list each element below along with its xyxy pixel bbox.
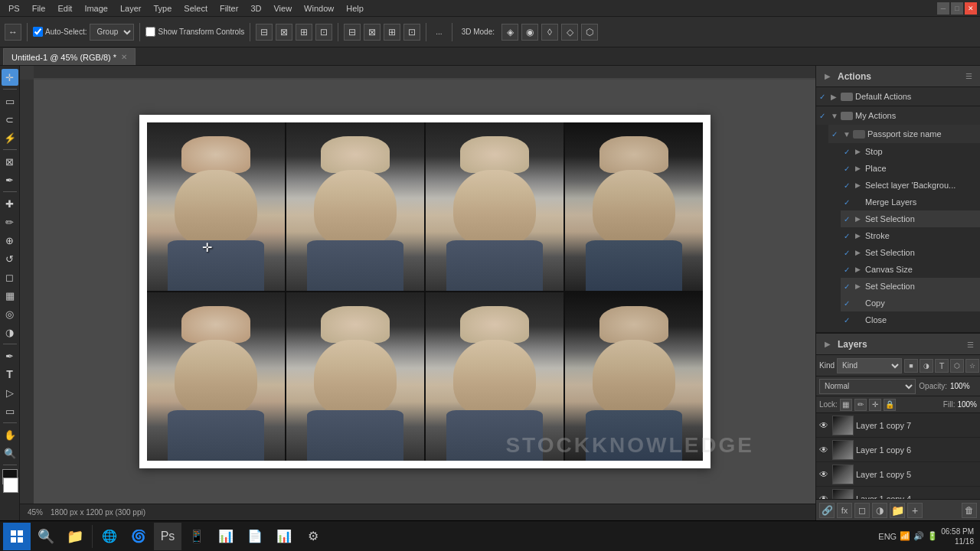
auto-select-type[interactable]: Group Layer — [90, 24, 134, 41]
align-top-btn[interactable]: ⊡ — [315, 24, 332, 41]
align-left-btn[interactable]: ⊟ — [256, 24, 273, 41]
taskbar-photoshop[interactable]: Ps — [154, 523, 181, 550]
move-tool-btn[interactable]: ↔ — [5, 24, 21, 41]
move-tool[interactable]: ✛ — [2, 69, 18, 86]
new-layer-btn[interactable]: + — [907, 503, 923, 518]
layer-vis-copy4[interactable]: 👁 — [819, 494, 830, 500]
eraser-tool[interactable]: ◻ — [2, 269, 18, 285]
action-stop[interactable]: ✓ ▶ Stop — [841, 143, 980, 160]
action-merge-layers[interactable]: ✓ ▶ Merge Layers — [841, 194, 980, 210]
stamp-tool[interactable]: ⊕ — [2, 232, 18, 249]
start-button[interactable] — [3, 523, 31, 550]
filter-smart-btn[interactable]: ☆ — [965, 359, 979, 373]
3d-btn3[interactable]: ◊ — [541, 24, 558, 41]
path-select-tool[interactable]: ▷ — [2, 384, 18, 401]
layers-menu-btn[interactable]: ☰ — [967, 340, 974, 349]
new-group-btn[interactable]: 📁 — [890, 503, 905, 518]
link-layers-btn[interactable]: 🔗 — [819, 503, 835, 518]
taskbar-excel[interactable]: 📊 — [212, 523, 240, 550]
close-button[interactable]: ✕ — [965, 2, 977, 15]
fill-value[interactable]: 100% — [957, 400, 977, 409]
menu-layer[interactable]: Layer — [115, 2, 147, 15]
lock-image-btn[interactable]: ✏ — [854, 399, 867, 411]
3d-btn1[interactable]: ◈ — [501, 24, 518, 41]
tray-lang[interactable]: ENG — [878, 532, 897, 541]
layers-collapse-btn[interactable]: ▶ — [822, 339, 833, 350]
add-mask-btn[interactable]: ◻ — [854, 503, 870, 518]
shape-tool[interactable]: ▭ — [2, 403, 18, 419]
minimize-button[interactable]: ─ — [937, 2, 949, 15]
canvas-viewport[interactable]: STOCKKNOWLEDGE ✛ — [34, 80, 815, 504]
distribute-btn3[interactable]: ⊞ — [384, 24, 400, 41]
taskbar-clock[interactable]: 06:58 PM 11/18 — [941, 527, 977, 546]
document-tab[interactable]: Untitled-1 @ 45% (RGB/8) * ✕ — [3, 48, 136, 65]
menu-help[interactable]: Help — [341, 2, 369, 15]
menu-filter[interactable]: Filter — [214, 2, 243, 15]
layer-vis-copy6[interactable]: 👁 — [819, 445, 830, 455]
layer-row-copy4[interactable]: 👁 Layer 1 copy 4 — [816, 487, 980, 499]
menu-file[interactable]: File — [27, 2, 51, 15]
layer-vis-copy7[interactable]: 👁 — [819, 420, 830, 431]
type-tool[interactable]: T — [2, 366, 18, 383]
taskbar-word[interactable]: 📄 — [241, 523, 269, 550]
zoom-tool[interactable]: 🔍 — [2, 445, 18, 461]
3d-btn5[interactable]: ⬡ — [581, 24, 598, 41]
more-options[interactable]: ... — [432, 26, 446, 37]
tab-close-btn[interactable]: ✕ — [121, 53, 127, 61]
gradient-tool[interactable]: ▦ — [2, 287, 18, 304]
filter-pixel-btn[interactable]: ■ — [904, 359, 918, 373]
action-set-selection-2[interactable]: ✓ ▶ Set Selection — [841, 244, 980, 261]
tray-network[interactable]: 📶 — [900, 531, 910, 541]
action-set-selection-1[interactable]: ✓ ▶ Set Selection — [841, 210, 980, 227]
filter-type-btn[interactable]: T — [935, 359, 949, 373]
auto-select-toggle[interactable]: Auto-Select: — [33, 27, 87, 37]
taskbar-apps[interactable]: 📱 — [183, 523, 211, 550]
maximize-button[interactable]: □ — [951, 2, 963, 15]
actions-collapse-btn[interactable]: ▶ — [822, 71, 833, 82]
taskbar-chrome[interactable]: 🌐 — [96, 523, 123, 550]
fx-btn[interactable]: fx — [837, 503, 852, 518]
menu-ps[interactable]: PS — [3, 2, 25, 15]
layer-row-copy6[interactable]: 👁 Layer 1 copy 6 — [816, 438, 980, 462]
action-place[interactable]: ✓ ▶ Place — [841, 160, 980, 177]
taskbar-misc[interactable]: ⚙ — [299, 523, 327, 550]
actions-menu-btn[interactable]: ☰ — [963, 71, 974, 82]
menu-type[interactable]: Type — [149, 2, 178, 15]
blur-tool[interactable]: ◎ — [2, 305, 18, 322]
delete-layer-btn[interactable]: 🗑 — [962, 503, 977, 518]
my-actions-header[interactable]: ✓ ▼ My Actions — [816, 106, 980, 125]
align-center-btn[interactable]: ⊠ — [276, 24, 292, 41]
action-select-layer-bg[interactable]: ✓ ▶ Select layer 'Backgrou... — [841, 177, 980, 194]
tray-volume[interactable]: 🔊 — [913, 531, 924, 541]
eyedropper-tool[interactable]: ✒ — [2, 171, 18, 188]
taskbar-search[interactable]: 🔍 — [32, 523, 60, 550]
action-copy[interactable]: ✓ ▶ Copy — [841, 295, 980, 311]
3d-btn4[interactable]: ◇ — [561, 24, 578, 41]
magic-wand-tool[interactable]: ⚡ — [2, 129, 18, 146]
taskbar-ppt[interactable]: 📊 — [270, 523, 298, 550]
distribute-btn1[interactable]: ⊟ — [344, 24, 361, 41]
menu-image[interactable]: Image — [79, 2, 113, 15]
zoom-level[interactable]: 45% — [28, 508, 43, 517]
lock-all-btn[interactable]: 🔒 — [884, 399, 896, 411]
transform-checkbox[interactable] — [145, 27, 155, 37]
action-set-selection-3[interactable]: ✓ ▶ Set Selection — [841, 278, 980, 295]
taskbar-edge[interactable]: 🌀 — [125, 523, 152, 550]
history-brush-tool[interactable]: ↺ — [2, 250, 18, 267]
3d-btn2[interactable]: ◉ — [521, 24, 538, 41]
background-color[interactable] — [3, 478, 18, 493]
menu-window[interactable]: Window — [299, 2, 339, 15]
lock-position-btn[interactable]: ✛ — [869, 399, 881, 411]
passport-group-header[interactable]: ✓ ▼ Passport size name — [828, 125, 980, 143]
menu-3d[interactable]: 3D — [245, 2, 266, 15]
hand-tool[interactable]: ✋ — [2, 426, 18, 443]
layer-row-copy5[interactable]: 👁 Layer 1 copy 5 — [816, 462, 980, 487]
layers-kind-select[interactable]: Kind Name Effect Mode Attribute Color Sm… — [837, 358, 902, 373]
action-close[interactable]: ✓ ▶ Close — [841, 311, 980, 328]
lock-transparent-btn[interactable]: ▦ — [840, 399, 852, 411]
menu-select[interactable]: Select — [178, 2, 213, 15]
selection-tool[interactable]: ▭ — [2, 93, 18, 109]
distribute-btn4[interactable]: ⊡ — [403, 24, 420, 41]
pen-tool[interactable]: ✒ — [2, 347, 18, 364]
taskbar-files[interactable]: 📁 — [61, 523, 89, 550]
